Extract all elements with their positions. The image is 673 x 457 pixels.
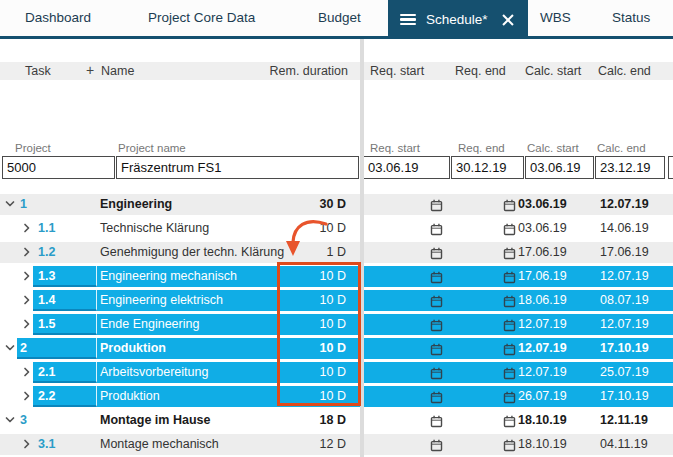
calendar-icon[interactable] — [503, 294, 516, 312]
task-name-cell[interactable]: Engineering — [100, 194, 172, 215]
calendar-icon[interactable] — [430, 366, 443, 384]
calc-start-cell[interactable]: 03.06.19 — [518, 194, 567, 215]
task-row-1-3[interactable]: 1.3 Engineering mechanisch 10 D 17.06.19… — [0, 265, 673, 289]
calendar-icon[interactable] — [503, 414, 516, 432]
calendar-icon[interactable] — [430, 270, 443, 288]
filter-input-project[interactable] — [2, 156, 115, 179]
rem-duration-cell[interactable]: 10 D — [270, 362, 346, 383]
chevron-right-icon[interactable] — [21, 390, 33, 402]
calc-end-cell[interactable]: 14.06.19 — [600, 218, 649, 239]
task-row-2-2[interactable]: 2.2 Produktion 10 D 26.07.19 17.10.19 — [0, 385, 673, 409]
task-row-1-2[interactable]: 1.2 Genehmigung der techn. Klärung 1 D 1… — [0, 241, 673, 265]
calc-end-cell[interactable]: 17.06.19 — [600, 242, 649, 263]
task-name-cell[interactable]: Montage mechanisch — [100, 434, 219, 455]
calendar-icon[interactable] — [430, 318, 443, 336]
filter-input-project-name[interactable] — [116, 156, 359, 179]
calendar-icon[interactable] — [430, 390, 443, 408]
calc-end-cell[interactable]: 12.07.19 — [600, 194, 649, 215]
calendar-icon[interactable] — [430, 342, 443, 360]
task-row-2[interactable]: 2 Produktion 10 D 12.07.19 17.10.19 — [0, 337, 673, 361]
task-name-cell[interactable]: Engineering elektrisch — [100, 290, 223, 311]
tab-dashboard[interactable]: Dashboard — [25, 0, 91, 36]
rem-duration-cell[interactable]: 18 D — [270, 410, 346, 431]
hamburger-icon[interactable] — [400, 14, 416, 25]
calendar-icon[interactable] — [503, 246, 516, 264]
task-row-3-1[interactable]: 3.1 Montage mechanisch 12 D 18.10.19 04.… — [0, 433, 673, 457]
calc-start-cell[interactable]: 18.10.19 — [518, 410, 567, 431]
calendar-icon[interactable] — [430, 438, 443, 456]
chevron-right-icon[interactable] — [21, 270, 33, 282]
filter-input-calc-start[interactable] — [525, 156, 594, 179]
task-number-cell[interactable]: 2.2 — [38, 386, 55, 407]
calendar-icon[interactable] — [503, 318, 516, 336]
task-number-cell[interactable]: 1.5 — [38, 314, 55, 335]
calendar-icon[interactable] — [430, 294, 443, 312]
calc-start-cell[interactable]: 17.06.19 — [518, 266, 567, 287]
calc-end-cell[interactable]: 12.07.19 — [600, 314, 649, 335]
chevron-right-icon[interactable] — [21, 366, 33, 378]
task-number-cell[interactable]: 1.4 — [38, 290, 55, 311]
task-number-cell[interactable]: 1.1 — [38, 218, 55, 239]
task-row-1-5[interactable]: 1.5 Ende Engineering 10 D 12.07.19 12.07… — [0, 313, 673, 337]
calc-start-cell[interactable]: 18.10.19 — [518, 434, 567, 455]
task-name-cell[interactable]: Genehmigung der techn. Klärung — [100, 242, 284, 263]
task-number-cell[interactable]: 1 — [20, 194, 27, 215]
tab-budget[interactable]: Budget — [318, 0, 361, 36]
chevron-down-icon[interactable] — [4, 342, 16, 354]
tab-wbs[interactable]: WBS — [540, 0, 571, 36]
calc-end-cell[interactable]: 04.11.19 — [600, 434, 648, 455]
rem-duration-cell[interactable]: 10 D — [270, 314, 346, 335]
task-number-cell[interactable]: 1.2 — [38, 242, 55, 263]
calendar-icon[interactable] — [503, 342, 516, 360]
calc-start-cell[interactable]: 03.06.19 — [518, 218, 567, 239]
filter-input-calc-end[interactable] — [595, 156, 665, 179]
plus-icon[interactable]: + — [86, 62, 94, 80]
task-row-3[interactable]: 3 Montage im Hause 18 D 18.10.19 12.11.1… — [0, 409, 673, 433]
filter-input-req-end[interactable] — [451, 156, 524, 179]
task-name-cell[interactable]: Ende Engineering — [100, 314, 199, 335]
filter-input-req-start[interactable] — [363, 156, 450, 179]
task-name-cell[interactable]: Engineering mechanisch — [100, 266, 237, 287]
task-row-1[interactable]: 1 Engineering 30 D 03.06.19 12.07.19 — [0, 193, 673, 217]
calc-end-cell[interactable]: 12.07.19 — [600, 266, 649, 287]
calc-end-cell[interactable]: 08.07.19 — [600, 290, 649, 311]
calc-end-cell[interactable]: 17.10.19 — [600, 338, 649, 359]
task-number-cell[interactable]: 2 — [20, 338, 27, 359]
rem-duration-cell[interactable]: 1 D — [270, 242, 346, 263]
chevron-right-icon[interactable] — [21, 318, 33, 330]
rem-duration-cell[interactable]: 10 D — [270, 338, 346, 359]
calc-end-cell[interactable]: 12.11.19 — [600, 410, 648, 431]
calendar-icon[interactable] — [503, 366, 516, 384]
calendar-icon[interactable] — [503, 222, 516, 240]
calc-end-cell[interactable]: 25.07.19 — [600, 362, 649, 383]
calendar-icon[interactable] — [503, 198, 516, 216]
calc-end-cell[interactable]: 17.10.19 — [600, 386, 649, 407]
calc-start-cell[interactable]: 18.06.19 — [518, 290, 567, 311]
chevron-down-icon[interactable] — [4, 198, 16, 210]
chevron-right-icon[interactable] — [21, 222, 33, 234]
task-row-1-4[interactable]: 1.4 Engineering elektrisch 10 D 18.06.19… — [0, 289, 673, 313]
task-name-cell[interactable]: Produktion — [100, 386, 160, 407]
calc-start-cell[interactable]: 12.07.19 — [518, 338, 567, 359]
calendar-icon[interactable] — [503, 438, 516, 456]
task-name-cell[interactable]: Montage im Hause — [100, 410, 210, 431]
task-number-cell[interactable]: 1.3 — [38, 266, 55, 287]
rem-duration-cell[interactable]: 12 D — [270, 434, 346, 455]
tab-status[interactable]: Status — [612, 0, 650, 36]
tab-project-core-data[interactable]: Project Core Data — [148, 0, 255, 36]
rem-duration-cell[interactable]: 30 D — [270, 194, 346, 215]
calendar-icon[interactable] — [503, 270, 516, 288]
task-number-cell[interactable]: 2.1 — [38, 362, 55, 383]
chevron-down-icon[interactable] — [4, 414, 16, 426]
chevron-right-icon[interactable] — [21, 438, 33, 450]
calendar-icon[interactable] — [503, 390, 516, 408]
rem-duration-cell[interactable]: 10 D — [270, 290, 346, 311]
close-icon[interactable] — [502, 14, 514, 26]
calendar-icon[interactable] — [430, 246, 443, 264]
chevron-right-icon[interactable] — [21, 246, 33, 258]
task-name-cell[interactable]: Arbeitsvorbereitung — [100, 362, 208, 383]
chevron-right-icon[interactable] — [21, 294, 33, 306]
calendar-icon[interactable] — [430, 414, 443, 432]
task-name-cell[interactable]: Produktion — [100, 338, 166, 359]
calendar-icon[interactable] — [430, 222, 443, 240]
